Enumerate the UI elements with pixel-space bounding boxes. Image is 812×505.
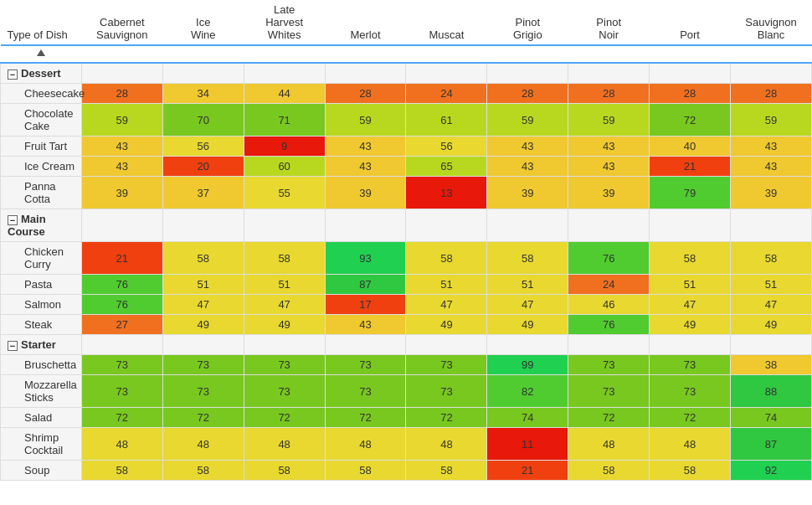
sort-row bbox=[1, 45, 812, 63]
dish-name-0-2: Fruit Tart bbox=[1, 137, 82, 157]
value-cell-1-2-1: 47 bbox=[162, 295, 244, 315]
value-cell-0-1-0: 59 bbox=[81, 104, 162, 137]
category-empty-2-2 bbox=[244, 335, 325, 355]
table-row: Ice Cream432060436543432143 bbox=[1, 157, 812, 177]
value-cell-2-3-5: 11 bbox=[487, 428, 568, 461]
category-empty-1-5 bbox=[487, 209, 568, 242]
category-collapse-2[interactable]: − bbox=[8, 341, 18, 351]
value-cell-2-2-5: 74 bbox=[487, 408, 568, 428]
value-cell-2-1-2: 73 bbox=[244, 375, 325, 408]
col-header-4[interactable]: Muscat bbox=[406, 0, 487, 45]
header-row: Type of Dish CabernetSauvignon IceWine L… bbox=[1, 0, 812, 45]
value-cell-1-1-0: 76 bbox=[81, 275, 162, 295]
value-cell-1-3-2: 49 bbox=[244, 315, 325, 335]
category-empty-0-8 bbox=[731, 63, 812, 84]
value-cell-0-4-0: 39 bbox=[81, 177, 162, 209]
table-row: Chicken Curry215858935858765858 bbox=[1, 242, 812, 275]
value-cell-2-2-1: 72 bbox=[162, 408, 244, 428]
category-empty-1-3 bbox=[325, 209, 406, 242]
value-cell-0-1-3: 59 bbox=[325, 104, 406, 137]
category-row-1: −Main Course bbox=[1, 209, 812, 242]
value-cell-1-1-3: 87 bbox=[325, 275, 406, 295]
col-header-1[interactable]: IceWine bbox=[162, 0, 244, 45]
col-header-8[interactable]: SauvignonBlanc bbox=[731, 0, 812, 45]
value-cell-0-3-7: 21 bbox=[650, 157, 731, 177]
value-cell-0-3-8: 43 bbox=[731, 157, 812, 177]
value-cell-2-0-8: 38 bbox=[731, 355, 812, 375]
dish-col-label: Type of Dish bbox=[8, 28, 68, 41]
dish-name-0-4: Panna Cotta bbox=[1, 177, 82, 209]
value-cell-1-2-7: 47 bbox=[650, 295, 731, 315]
value-cell-2-3-1: 48 bbox=[162, 428, 244, 461]
value-cell-2-1-1: 73 bbox=[162, 375, 244, 408]
value-cell-1-0-7: 58 bbox=[650, 242, 731, 275]
value-cell-2-1-4: 73 bbox=[406, 375, 487, 408]
sort-arrow[interactable] bbox=[37, 49, 45, 56]
category-empty-1-2 bbox=[244, 209, 325, 242]
col-header-3[interactable]: Merlot bbox=[325, 0, 406, 45]
category-empty-0-2 bbox=[244, 63, 325, 84]
col-header-0[interactable]: CabernetSauvignon bbox=[81, 0, 162, 45]
value-cell-1-3-0: 27 bbox=[81, 315, 162, 335]
value-cell-2-2-6: 72 bbox=[568, 408, 650, 428]
value-cell-1-0-5: 58 bbox=[487, 242, 568, 275]
category-row-2: −Starter bbox=[1, 335, 812, 355]
category-empty-0-5 bbox=[487, 63, 568, 84]
value-cell-2-0-5: 99 bbox=[487, 355, 568, 375]
value-cell-0-4-1: 37 bbox=[162, 177, 244, 209]
value-cell-1-1-7: 51 bbox=[650, 275, 731, 295]
value-cell-0-0-1: 34 bbox=[162, 84, 244, 104]
category-empty-2-6 bbox=[568, 335, 650, 355]
col-header-6[interactable]: PinotNoir bbox=[568, 0, 650, 45]
value-cell-1-0-1: 58 bbox=[162, 242, 244, 275]
table-row: Pasta765151875151245151 bbox=[1, 275, 812, 295]
table-row: Soup585858585821585892 bbox=[1, 461, 812, 481]
value-cell-1-0-8: 58 bbox=[731, 242, 812, 275]
category-collapse-0[interactable]: − bbox=[8, 70, 18, 80]
value-cell-2-0-0: 73 bbox=[81, 355, 162, 375]
category-empty-1-4 bbox=[406, 209, 487, 242]
category-empty-2-7 bbox=[650, 335, 731, 355]
value-cell-0-2-3: 43 bbox=[325, 137, 406, 157]
dish-name-2-1: Mozzarella Sticks bbox=[1, 375, 82, 408]
value-cell-0-0-3: 28 bbox=[325, 84, 406, 104]
col-header-2[interactable]: LateHarvestWhites bbox=[244, 0, 325, 45]
col-header-7[interactable]: Port bbox=[650, 0, 731, 45]
value-cell-0-3-1: 20 bbox=[162, 157, 244, 177]
value-cell-0-0-0: 28 bbox=[81, 84, 162, 104]
dish-name-1-2: Salmon bbox=[1, 295, 82, 315]
value-cell-0-3-4: 65 bbox=[406, 157, 487, 177]
value-cell-0-1-8: 59 bbox=[731, 104, 812, 137]
category-empty-2-4 bbox=[406, 335, 487, 355]
category-empty-0-0 bbox=[81, 63, 162, 84]
category-collapse-1[interactable]: − bbox=[8, 215, 18, 225]
category-empty-1-1 bbox=[162, 209, 244, 242]
value-cell-0-2-7: 40 bbox=[650, 137, 731, 157]
value-cell-0-1-7: 72 bbox=[650, 104, 731, 137]
col-header-5[interactable]: PinotGrigio bbox=[487, 0, 568, 45]
value-cell-0-2-4: 56 bbox=[406, 137, 487, 157]
value-cell-2-1-5: 82 bbox=[487, 375, 568, 408]
value-cell-1-2-5: 47 bbox=[487, 295, 568, 315]
value-cell-1-0-4: 58 bbox=[406, 242, 487, 275]
category-empty-2-5 bbox=[487, 335, 568, 355]
value-cell-0-0-7: 28 bbox=[650, 84, 731, 104]
value-cell-1-1-5: 51 bbox=[487, 275, 568, 295]
value-cell-2-1-6: 73 bbox=[568, 375, 650, 408]
category-empty-1-8 bbox=[731, 209, 812, 242]
category-empty-2-1 bbox=[162, 335, 244, 355]
category-label-2: −Starter bbox=[1, 335, 82, 355]
value-cell-0-0-5: 28 bbox=[487, 84, 568, 104]
value-cell-2-0-3: 73 bbox=[325, 355, 406, 375]
category-empty-0-6 bbox=[568, 63, 650, 84]
value-cell-2-2-8: 74 bbox=[731, 408, 812, 428]
category-empty-2-3 bbox=[325, 335, 406, 355]
value-cell-2-4-3: 58 bbox=[325, 461, 406, 481]
value-cell-2-0-1: 73 bbox=[162, 355, 244, 375]
value-cell-2-4-8: 92 bbox=[731, 461, 812, 481]
value-cell-2-3-4: 48 bbox=[406, 428, 487, 461]
value-cell-1-2-6: 46 bbox=[568, 295, 650, 315]
category-empty-0-4 bbox=[406, 63, 487, 84]
value-cell-0-2-6: 43 bbox=[568, 137, 650, 157]
value-cell-2-4-6: 58 bbox=[568, 461, 650, 481]
